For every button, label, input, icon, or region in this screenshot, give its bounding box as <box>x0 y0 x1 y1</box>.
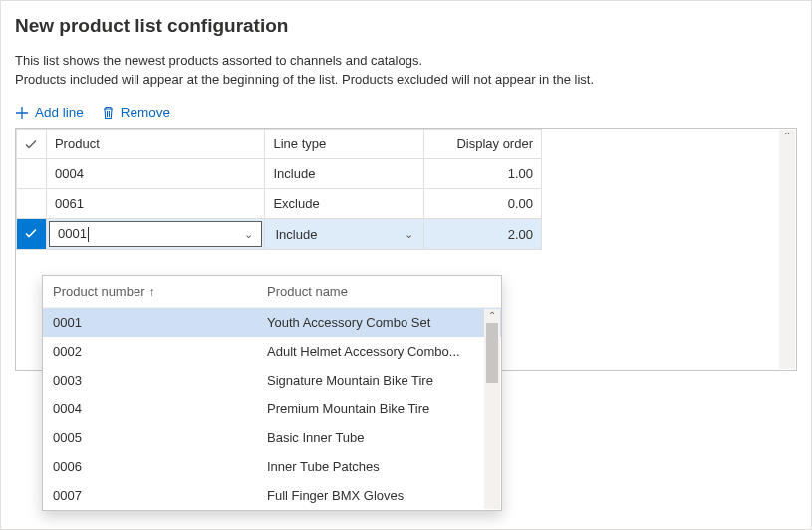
column-header-product[interactable]: Product <box>46 130 265 159</box>
trash-icon <box>102 106 115 120</box>
table-row[interactable]: 0001⌄Include⌄2.00 <box>17 219 542 250</box>
dropdown-option-name: Premium Mountain Bike Tire <box>267 401 491 416</box>
dropdown-option-number: 0004 <box>53 401 267 416</box>
sort-ascending-icon: ↑ <box>149 285 155 299</box>
display-order-cell[interactable]: 1.00 <box>424 159 542 189</box>
dropdown-option-number: 0006 <box>53 459 267 474</box>
scroll-up-icon: ⌃ <box>484 309 500 323</box>
grid-header-row: Product Line type Display order <box>17 130 542 159</box>
plus-icon <box>15 106 29 120</box>
display-order-cell[interactable]: 0.00 <box>424 189 542 219</box>
line-type-cell[interactable]: Exclude <box>265 189 424 219</box>
dropdown-option-number: 0005 <box>53 430 267 445</box>
row-selector[interactable] <box>17 189 47 219</box>
dropdown-scrollbar[interactable]: ⌃ <box>484 309 500 509</box>
line-type-cell[interactable]: Include⌄ <box>265 219 424 250</box>
dropdown-header-product-number[interactable]: Product number ↑ <box>53 284 267 299</box>
checkmark-icon <box>24 137 38 151</box>
dropdown-header-product-number-label: Product number <box>53 284 145 299</box>
checkmark-icon <box>24 226 38 240</box>
scroll-up-icon: ⌃ <box>783 130 791 143</box>
dropdown-header-product-name[interactable]: Product name <box>267 284 348 299</box>
dropdown-option-number: 0003 <box>53 373 267 388</box>
product-cell[interactable]: 0001⌄ <box>46 219 265 250</box>
chevron-down-icon[interactable]: ⌄ <box>405 228 415 241</box>
product-cell[interactable]: 0004 <box>46 159 265 189</box>
table-row[interactable]: 0004Include1.00 <box>17 159 542 189</box>
row-selector[interactable] <box>17 159 47 189</box>
description-line-2: Products included will appear at the beg… <box>15 72 797 87</box>
line-type-select[interactable]: Include <box>273 227 405 242</box>
dropdown-option-number: 0002 <box>53 344 267 359</box>
column-header-display-order[interactable]: Display order <box>424 130 542 159</box>
dropdown-option-name: Full Finger BMX Gloves <box>267 488 491 503</box>
dropdown-option-name: Basic Inner Tube <box>267 430 491 445</box>
dropdown-option-name: Adult Helmet Accessory Combo... <box>267 344 491 359</box>
scrollbar-thumb[interactable] <box>486 323 498 383</box>
product-lookup-dropdown: Product number ↑ Product name ⌃ 0001Yout… <box>42 275 502 511</box>
dropdown-option-name: Inner Tube Patches <box>267 459 491 474</box>
dropdown-option[interactable]: 0001Youth Accessory Combo Set <box>43 308 501 337</box>
select-all-header[interactable] <box>17 130 47 159</box>
text-caret <box>88 227 89 242</box>
dropdown-option[interactable]: 0002Adult Helmet Accessory Combo... <box>43 337 501 366</box>
dropdown-option[interactable]: 0007Full Finger BMX Gloves <box>43 481 501 510</box>
dropdown-option[interactable]: 0006Inner Tube Patches <box>43 452 501 481</box>
chevron-down-icon[interactable]: ⌄ <box>244 228 255 241</box>
line-type-cell[interactable]: Include <box>265 159 424 189</box>
row-selector[interactable] <box>17 219 47 250</box>
table-row[interactable]: 0061Exclude0.00 <box>17 189 542 219</box>
dropdown-option-number: 0007 <box>53 488 267 503</box>
remove-button[interactable]: Remove <box>102 105 170 120</box>
product-cell[interactable]: 0061 <box>46 189 265 219</box>
dropdown-option[interactable]: 0004Premium Mountain Bike Tire <box>43 395 501 423</box>
dropdown-option-name: Youth Accessory Combo Set <box>267 315 491 330</box>
product-input[interactable]: 0001 <box>56 226 245 242</box>
dropdown-option[interactable]: 0003Signature Mountain Bike Tire <box>43 366 501 395</box>
dropdown-option-name: Signature Mountain Bike Tire <box>267 373 491 388</box>
description-line-1: This list shows the newest products asso… <box>15 53 797 68</box>
add-line-label: Add line <box>35 105 84 120</box>
toolbar: Add line Remove <box>15 105 797 120</box>
dropdown-option[interactable]: 0005Basic Inner Tube <box>43 423 501 452</box>
dropdown-header-row: Product number ↑ Product name <box>43 276 501 308</box>
page-title: New product list configuration <box>15 15 797 37</box>
display-order-cell[interactable]: 2.00 <box>424 219 542 250</box>
grid-scrollbar[interactable]: ⌃ <box>779 130 795 369</box>
remove-label: Remove <box>121 105 170 120</box>
dropdown-option-number: 0001 <box>53 315 267 330</box>
column-header-line-type[interactable]: Line type <box>265 130 424 159</box>
add-line-button[interactable]: Add line <box>15 105 84 120</box>
